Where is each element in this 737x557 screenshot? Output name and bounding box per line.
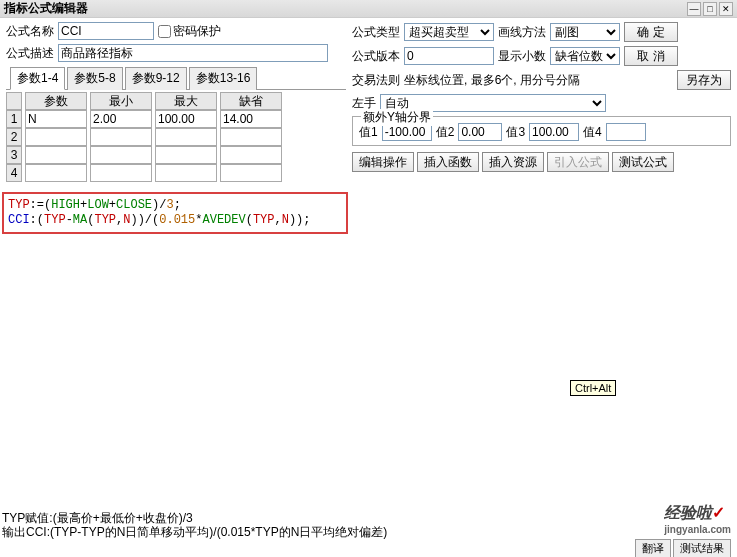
ver-label: 公式版本: [352, 48, 400, 65]
name-label: 公式名称: [6, 23, 54, 40]
window-title: 指标公式编辑器: [4, 0, 687, 17]
param-tab-2[interactable]: 参数5-8: [67, 67, 122, 90]
shortcut-tooltip: Ctrl+Alt: [570, 380, 616, 396]
bottom-tab-test-result[interactable]: 测试结果: [673, 539, 731, 557]
param-def-4[interactable]: [221, 165, 281, 181]
type-select[interactable]: 超买超卖型: [404, 23, 494, 41]
draw-label: 画线方法: [498, 24, 546, 41]
formula-editor[interactable]: TYP:=(HIGH+LOW+CLOSE)/3;CCI:(TYP-MA(TYP,…: [2, 192, 348, 234]
footer-line-1: TYP赋值:(最高价+最低价+收盘价)/3: [2, 511, 735, 525]
rule-label: 交易法则: [352, 72, 400, 89]
insert-res-button[interactable]: 插入资源: [482, 152, 544, 172]
param-tab-4[interactable]: 参数13-16: [189, 67, 258, 90]
desc-label: 公式描述: [6, 45, 54, 62]
param-def-3[interactable]: [221, 147, 281, 163]
bottom-tab-translate[interactable]: 翻译: [635, 539, 671, 557]
param-min-4[interactable]: [91, 165, 151, 181]
param-def-2[interactable]: [221, 129, 281, 145]
close-button[interactable]: ✕: [719, 2, 733, 16]
insert-func-button[interactable]: 插入函数: [417, 152, 479, 172]
v2-label: 值2: [436, 124, 455, 141]
minimize-button[interactable]: —: [687, 2, 701, 16]
ver-input[interactable]: [404, 47, 494, 65]
dec-label: 显示小数: [498, 48, 546, 65]
param-tab-3[interactable]: 参数9-12: [125, 67, 187, 90]
v2-input[interactable]: [458, 123, 502, 141]
col-min: 最小: [90, 92, 152, 110]
name-input[interactable]: [58, 22, 154, 40]
desc-input[interactable]: [58, 44, 328, 62]
v4-input[interactable]: [606, 123, 646, 141]
type-label: 公式类型: [352, 24, 400, 41]
param-max-3[interactable]: [156, 147, 216, 163]
param-name-4[interactable]: [26, 165, 86, 181]
param-max-1[interactable]: [156, 111, 216, 127]
test-formula-button[interactable]: 测试公式: [612, 152, 674, 172]
saveas-button[interactable]: 另存为: [677, 70, 731, 90]
param-max-4[interactable]: [156, 165, 216, 181]
cancel-button[interactable]: 取 消: [624, 46, 678, 66]
v3-input[interactable]: [529, 123, 579, 141]
draw-select[interactable]: 副图: [550, 23, 620, 41]
v1-label: 值1: [359, 124, 378, 141]
v4-label: 值4: [583, 124, 602, 141]
param-name-1[interactable]: [26, 111, 86, 127]
param-name-3[interactable]: [26, 147, 86, 163]
password-checkbox[interactable]: 密码保护: [158, 23, 221, 40]
dec-select[interactable]: 缺省位数: [550, 47, 620, 65]
param-min-2[interactable]: [91, 129, 151, 145]
param-max-2[interactable]: [156, 129, 216, 145]
ok-button[interactable]: 确 定: [624, 22, 678, 42]
footer-line-2: 输出CCI:(TYP-TYP的N日简单移动平均)/(0.015*TYP的N日平均…: [2, 525, 735, 539]
import-formula-button[interactable]: 引入公式: [547, 152, 609, 172]
extra-y-fieldset: 额外Y轴分界 值1 值2 值3 值4: [352, 116, 731, 146]
param-tab-1[interactable]: 参数1-4: [10, 67, 65, 90]
param-name-2[interactable]: [26, 129, 86, 145]
col-param: 参数: [25, 92, 87, 110]
watermark: 经验啦✓ jingyanla.com: [664, 503, 731, 535]
param-table: 1 2 3 4 参数 最小 最大: [6, 92, 346, 182]
edit-ops-button[interactable]: 编辑操作: [352, 152, 414, 172]
output-footer: TYP赋值:(最高价+最低价+收盘价)/3 输出CCI:(TYP-TYP的N日简…: [2, 511, 735, 539]
extra-y-legend: 额外Y轴分界: [361, 109, 433, 126]
rule-hint: 坐标线位置, 最多6个, 用分号分隔: [404, 72, 673, 89]
param-min-3[interactable]: [91, 147, 151, 163]
col-max: 最大: [155, 92, 217, 110]
v3-label: 值3: [506, 124, 525, 141]
param-def-1[interactable]: [221, 111, 281, 127]
col-def: 缺省: [220, 92, 282, 110]
param-min-1[interactable]: [91, 111, 151, 127]
param-tabs: 参数1-4 参数5-8 参数9-12 参数13-16: [6, 66, 346, 90]
maximize-button[interactable]: □: [703, 2, 717, 16]
